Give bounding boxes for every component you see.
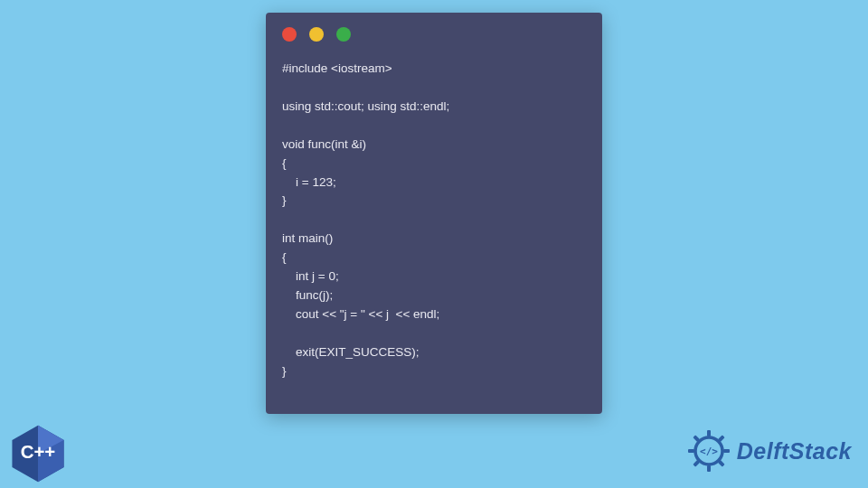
brand-text: DelftStack xyxy=(737,438,852,465)
cpp-language-badge: C++ xyxy=(7,423,69,484)
svg-rect-6 xyxy=(688,449,694,453)
cpp-badge-text: C++ xyxy=(21,442,56,462)
svg-text:</>: </> xyxy=(700,446,718,457)
svg-rect-7 xyxy=(723,449,730,453)
maximize-icon xyxy=(336,27,351,42)
svg-rect-5 xyxy=(707,465,711,472)
close-icon xyxy=(282,27,297,42)
minimize-icon xyxy=(309,27,324,42)
brand-gear-icon: </> xyxy=(686,428,731,474)
brand-logo: </> DelftStack xyxy=(686,428,852,474)
svg-rect-4 xyxy=(707,430,711,436)
code-window: #include <iostream> using std::cout; usi… xyxy=(266,13,602,414)
window-traffic-lights xyxy=(282,27,586,42)
code-content: #include <iostream> using std::cout; usi… xyxy=(282,60,586,381)
